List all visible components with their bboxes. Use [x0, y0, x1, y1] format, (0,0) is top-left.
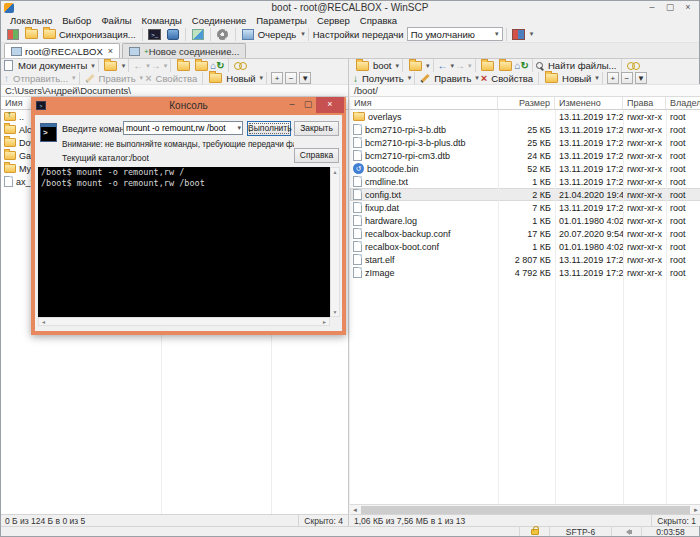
scroll-down-icon[interactable]: ▼	[333, 308, 338, 316]
new-icon[interactable]	[543, 71, 559, 86]
edit-caret[interactable]: ▾	[140, 74, 144, 82]
column-header-owner[interactable]: Владел	[666, 97, 700, 109]
remote-file-row[interactable]: zImage 4 792 КБ 13.11.2019 17:29:06 rwxr…	[350, 266, 700, 279]
parent-dir-icon[interactable]	[175, 58, 191, 73]
open-folder-icon[interactable]	[103, 58, 119, 73]
menu-item-1[interactable]: Локально	[5, 15, 57, 26]
column-header-name[interactable]: Имя	[350, 97, 498, 109]
sync-browsing-icon[interactable]	[23, 27, 39, 42]
local-drive-selector[interactable]: Мои документы	[18, 60, 87, 71]
command-input[interactable]	[124, 122, 230, 134]
parent-dir-icon[interactable]	[480, 58, 496, 73]
forward-caret[interactable]: ▾	[468, 62, 472, 70]
gear-icon[interactable]	[215, 27, 231, 42]
transfer-options-caret[interactable]: ▾	[530, 30, 534, 38]
close-dialog-button[interactable]: Закрыть	[294, 121, 339, 136]
root-dir-icon[interactable]	[498, 58, 514, 73]
tab-root-recalbox[interactable]: root@RECALBOX ×	[4, 43, 120, 58]
menu-item-3[interactable]: Файлы	[96, 15, 136, 26]
edit-button[interactable]: Править	[99, 73, 136, 84]
transfer-preset-combobox[interactable]: По умолчанию ▾	[407, 27, 503, 41]
remote-path-bar[interactable]: /boot/	[350, 85, 700, 97]
column-header-modified[interactable]: Изменено	[555, 97, 623, 109]
compare-icon[interactable]	[190, 27, 206, 42]
new-caret[interactable]: ▾	[595, 74, 599, 82]
remote-file-row[interactable]: recalbox-backup.conf 17 КБ 20.07.2020 9:…	[350, 227, 700, 240]
menu-item-5[interactable]: Соединение	[187, 15, 251, 26]
remote-file-row[interactable]: bcm2710-rpi-3-b-plus.dtb 25 КБ 13.11.201…	[350, 136, 700, 149]
upload-caret[interactable]: ▾	[72, 74, 76, 82]
edit-button[interactable]: Править	[434, 73, 471, 84]
column-header-size[interactable]: Размер	[498, 97, 555, 109]
upload-button[interactable]: Отправить...	[13, 73, 68, 84]
menu-item-4[interactable]: Команды	[137, 15, 187, 26]
scroll-up-icon[interactable]: ▲	[333, 168, 338, 176]
remote-file-row[interactable]: hardware.log 1 КБ 01.01.1980 4:02:20 rwx…	[350, 214, 700, 227]
select-plus-button[interactable]: +	[607, 72, 619, 84]
get-button[interactable]: Получить	[362, 73, 404, 84]
back-caret[interactable]: ▾	[146, 62, 150, 70]
link-icon[interactable]	[234, 62, 247, 70]
console-title-bar[interactable]: > Консоль – ▢ ×	[31, 97, 346, 115]
remote-file-row[interactable]: bcm2710-rpi-cm3.dtb 24 КБ 13.11.2019 17:…	[350, 149, 700, 162]
folder-caret[interactable]: ▾	[122, 62, 126, 70]
select-minus-button[interactable]: −	[285, 72, 297, 84]
plugin-icon[interactable]	[165, 27, 181, 42]
tab-new-session[interactable]: + Новое соединение...	[122, 43, 246, 58]
remote-file-row[interactable]: cmdline.txt 1 КБ 13.11.2019 17:29:06 rwx…	[350, 175, 700, 188]
scroll-left-icon[interactable]: ◄	[41, 319, 46, 325]
console-horizontal-scrollbar[interactable]: ◄ ►	[38, 317, 330, 326]
forward-caret[interactable]: ▾	[164, 62, 168, 70]
local-hidden-count[interactable]: Скрыто: 4	[298, 515, 348, 526]
menu-item-6[interactable]: Параметры	[251, 15, 312, 26]
find-files-button[interactable]: Найти файлы...	[548, 60, 616, 71]
folder-caret[interactable]: ▾	[426, 62, 430, 70]
command-dropdown-caret[interactable]: ▾	[237, 124, 241, 132]
refresh-icon[interactable]: ↻	[521, 60, 529, 71]
queue-dropdown-caret[interactable]: ▾	[301, 30, 305, 38]
remote-file-row[interactable]: config.txt 2 КБ 21.04.2020 19:45:02 rwxr…	[350, 188, 700, 201]
link-icon[interactable]	[627, 62, 640, 70]
new-button[interactable]: Новый	[562, 73, 591, 84]
edit-caret[interactable]: ▾	[475, 74, 479, 82]
remote-file-row[interactable]: recalbox-boot.conf 1 КБ 01.01.1980 4:02:…	[350, 240, 700, 253]
refresh-icon[interactable]: ↻	[216, 60, 224, 71]
back-arrow-icon[interactable]: ←	[438, 60, 448, 71]
sync-folders-icon[interactable]	[41, 27, 57, 42]
delete-icon[interactable]: ×	[145, 72, 151, 84]
remote-file-row[interactable]: bcm2710-rpi-3-b.dtb 25 КБ 13.11.2019 17:…	[350, 123, 700, 136]
select-minus-button[interactable]: −	[621, 72, 633, 84]
forward-arrow-icon[interactable]: →	[455, 60, 465, 71]
remote-file-row[interactable]: fixup.dat 7 КБ 13.11.2019 17:29:06 rwxr-…	[350, 201, 700, 214]
execute-button[interactable]: Выполнить	[247, 121, 291, 136]
console-minimize-button[interactable]: –	[284, 97, 300, 113]
menu-item-2[interactable]: Выбор	[57, 15, 96, 26]
queue-icon[interactable]	[240, 27, 256, 42]
console-icon[interactable]: >_	[147, 27, 163, 42]
close-button[interactable]: ×	[679, 1, 697, 14]
remote-drive-caret[interactable]: ▾	[396, 62, 400, 70]
menu-item-8[interactable]: Справка	[355, 15, 402, 26]
console-vertical-scrollbar[interactable]: ▲ ▼	[330, 167, 340, 317]
remote-horizontal-scrollbar[interactable]: ◄ ►	[350, 504, 700, 514]
new-icon[interactable]	[207, 71, 223, 86]
command-combobox[interactable]: ▾	[123, 121, 243, 135]
new-caret[interactable]: ▾	[260, 74, 264, 82]
filter-button[interactable]: ▼	[635, 72, 647, 84]
get-caret[interactable]: ▾	[408, 74, 412, 82]
new-button[interactable]: Новый	[226, 73, 255, 84]
transfer-options-icon[interactable]	[511, 27, 527, 42]
remote-drive-selector[interactable]: boot	[373, 60, 392, 71]
delete-icon[interactable]: ×	[481, 72, 487, 84]
resize-grip[interactable]	[330, 317, 340, 326]
properties-button[interactable]: Свойства	[156, 73, 198, 84]
scroll-left-icon[interactable]: ◄	[350, 507, 360, 513]
help-button[interactable]: Справка	[294, 148, 339, 163]
queue-button[interactable]: Очередь	[258, 29, 296, 40]
remote-file-row[interactable]: overlays 13.11.2019 17:29:06 rwxr-xr-x r…	[350, 110, 700, 123]
select-plus-button[interactable]: +	[271, 72, 283, 84]
remote-file-row[interactable]: ↺bootcode.bin 52 КБ 13.11.2019 17:29:06 …	[350, 162, 700, 175]
back-arrow-icon[interactable]: ←	[133, 60, 143, 71]
minimize-button[interactable]: –	[643, 1, 661, 14]
synchronize-button[interactable]: Синхронизация...	[59, 29, 136, 40]
